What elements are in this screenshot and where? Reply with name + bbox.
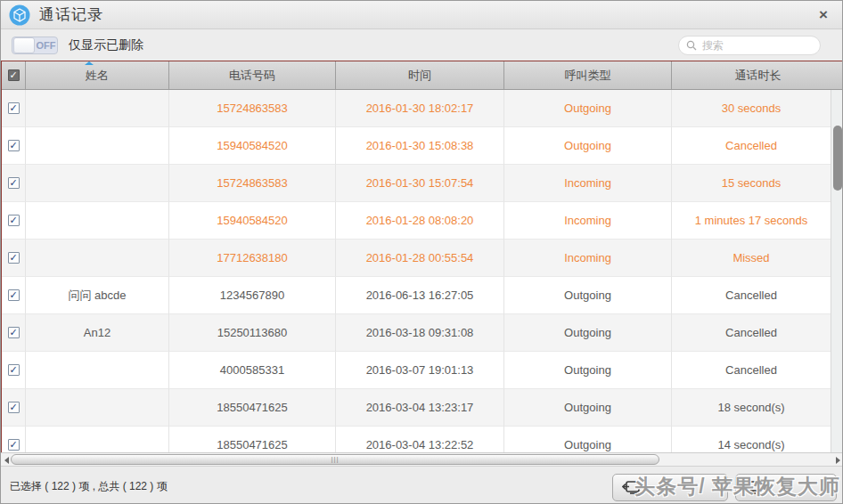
column-header-duration[interactable]: 通话时长 (672, 61, 843, 89)
cell-name (26, 427, 169, 452)
column-header-name-label: 姓名 (86, 68, 109, 84)
status-bar: 已选择 ( 122 ) 项 , 总共 ( 122 ) 项 头条号/ 苹果恢复大师 (1, 466, 842, 504)
recover-to-device-button[interactable] (612, 474, 728, 501)
column-header-name[interactable]: 姓名 (26, 61, 169, 89)
select-all-header[interactable]: ✓ (2, 61, 26, 89)
table-body: ✓ 15724863583 2016-01-30 18:02:17 Outgoi… (2, 90, 831, 452)
title-bar: 通话记录 × (1, 1, 842, 29)
row-checkbox[interactable]: ✓ (8, 140, 20, 151)
cell-calltype: Outgoing (504, 389, 672, 427)
search-box (678, 36, 821, 55)
cell-calltype: Outgoing (504, 427, 672, 452)
row-checkbox-cell: ✓ (2, 389, 26, 427)
cell-duration: 30 seconds (672, 90, 831, 127)
cell-time: 2016-01-28 00:55:54 (336, 240, 504, 277)
cell-time: 2016-01-30 15:07:54 (336, 165, 504, 202)
cell-calltype: Outgoing (504, 314, 672, 352)
cell-duration: Cancelled (672, 314, 831, 352)
cell-name (26, 165, 169, 202)
table-row[interactable]: ✓ 17712638180 2016-01-28 00:55:54 Incomi… (2, 240, 831, 277)
cell-calltype: Outgoing (504, 277, 672, 314)
cell-name (26, 127, 169, 165)
row-checkbox-cell: ✓ (2, 352, 26, 389)
cell-time: 2016-03-07 19:01:13 (336, 352, 504, 389)
row-checkbox-cell: ✓ (2, 277, 26, 314)
table-row[interactable]: ✓ 15940584520 2016-01-30 15:08:38 Outgoi… (2, 127, 831, 165)
cell-duration: 1 minutes 17 seconds (672, 202, 831, 240)
row-checkbox-cell: ✓ (2, 202, 26, 240)
toggle-state-label: OFF (35, 40, 57, 51)
row-checkbox[interactable]: ✓ (8, 439, 20, 451)
row-checkbox-cell: ✓ (2, 127, 26, 165)
page-title: 通话记录 (39, 4, 103, 25)
column-header-calltype[interactable]: 呼叫类型 (504, 61, 672, 89)
row-checkbox[interactable]: ✓ (8, 102, 20, 114)
call-records-window: 通话记录 × OFF 仅显示已删除 ✓ 姓名 电话号码 (0, 0, 843, 504)
table-row[interactable]: ✓ 4000585331 2016-03-07 19:01:13 Outgoin… (2, 352, 831, 389)
row-checkbox[interactable]: ✓ (8, 177, 20, 189)
cell-calltype: Outgoing (504, 127, 672, 165)
table-row[interactable]: ✓ 15940584520 2016-01-28 08:08:20 Incomi… (2, 202, 831, 240)
cell-phone: 15940584520 (169, 202, 336, 240)
cell-phone: 1234567890 (169, 277, 336, 314)
cell-calltype: Outgoing (504, 90, 672, 127)
table-row[interactable]: ✓ 问问 abcde 1234567890 2016-06-13 16:27:0… (2, 277, 831, 314)
cell-time: 2016-03-04 13:22:52 (336, 427, 504, 452)
app-cube-icon (9, 4, 30, 26)
cell-phone: 15724863583 (169, 165, 336, 202)
cell-time: 2016-06-13 16:27:05 (336, 277, 504, 314)
scroll-right-arrow-icon[interactable] (833, 456, 842, 464)
cell-calltype: Incoming (504, 165, 672, 202)
cell-name: An12 (26, 314, 169, 352)
call-records-table: ✓ 姓名 电话号码 时间 呼叫类型 通话时长 ✓ (1, 61, 843, 452)
cell-time: 2016-01-30 18:02:17 (336, 90, 504, 127)
row-checkbox[interactable]: ✓ (8, 215, 20, 226)
recover-to-computer-button[interactable] (735, 474, 837, 501)
cell-name (26, 202, 169, 240)
show-deleted-toggle[interactable]: OFF (12, 37, 58, 54)
horizontal-scrollbar[interactable]: ||| (1, 452, 843, 466)
cell-name (26, 352, 169, 389)
row-checkbox[interactable]: ✓ (8, 289, 20, 301)
close-icon[interactable]: × (814, 5, 833, 25)
computer-icon (745, 481, 761, 495)
row-checkbox[interactable]: ✓ (8, 252, 20, 264)
cell-calltype: Incoming (504, 240, 672, 277)
table-row[interactable]: ✓ 18550471625 2016-03-04 13:22:52 Outgoi… (2, 427, 831, 452)
table-row[interactable]: ✓ An12 15250113680 2016-03-18 09:31:08 O… (2, 314, 831, 352)
cell-name (26, 240, 169, 277)
cell-duration: Missed (672, 240, 831, 277)
horizontal-scrollbar-thumb[interactable]: ||| (11, 454, 659, 465)
search-input[interactable] (702, 39, 813, 52)
row-checkbox-cell: ✓ (2, 240, 26, 277)
row-checkbox-cell: ✓ (2, 90, 26, 127)
row-checkbox[interactable]: ✓ (8, 364, 20, 376)
cell-name (26, 389, 169, 427)
show-deleted-label: 仅显示已删除 (69, 37, 143, 53)
cell-time: 2016-01-28 08:08:20 (336, 202, 504, 240)
column-header-time[interactable]: 时间 (336, 61, 504, 89)
cell-phone: 15940584520 (169, 127, 336, 165)
cell-phone: 18550471625 (169, 389, 336, 427)
cell-name (26, 90, 169, 127)
cell-duration: Cancelled (672, 127, 831, 165)
column-header-duration-label: 通话时长 (735, 68, 782, 84)
select-all-checkbox[interactable]: ✓ (8, 69, 20, 81)
table-row[interactable]: ✓ 15724863583 2016-01-30 15:07:54 Incomi… (2, 165, 831, 202)
cell-phone: 15250113680 (169, 314, 336, 352)
scroll-left-arrow-icon[interactable] (2, 456, 11, 464)
vertical-scrollbar-thumb[interactable] (833, 126, 842, 191)
cell-duration: 14 second(s) (672, 427, 831, 452)
row-checkbox[interactable]: ✓ (8, 402, 20, 413)
row-checkbox[interactable]: ✓ (8, 327, 20, 338)
cell-time: 2016-03-04 13:23:17 (336, 389, 504, 427)
table-row[interactable]: ✓ 15724863583 2016-01-30 18:02:17 Outgoi… (2, 90, 831, 127)
cell-phone: 18550471625 (169, 427, 336, 452)
column-header-phone[interactable]: 电话号码 (169, 61, 336, 89)
cell-phone: 15724863583 (169, 90, 336, 127)
row-checkbox-cell: ✓ (2, 314, 26, 352)
device-arrow-icon (622, 481, 640, 495)
vertical-scrollbar[interactable] (831, 90, 843, 452)
sort-arrow-icon (85, 61, 94, 65)
table-row[interactable]: ✓ 18550471625 2016-03-04 13:23:17 Outgoi… (2, 389, 831, 427)
